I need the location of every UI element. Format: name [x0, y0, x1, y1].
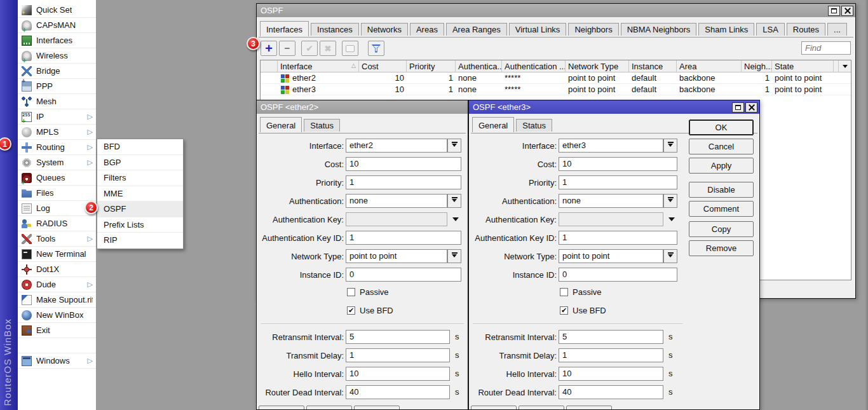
submenu-item-mme[interactable]: MME — [97, 186, 183, 202]
tab-general[interactable]: General — [472, 117, 514, 132]
column-header-authentica[interactable]: Authentica... — [456, 60, 502, 72]
disable-button[interactable]: ✖ — [320, 41, 336, 56]
maximize-button[interactable] — [828, 6, 840, 16]
checkbox-use-bfd[interactable]: ✔ — [560, 306, 568, 315]
sidebar-item-exit[interactable]: Exit — [18, 323, 96, 338]
cancel-button[interactable]: Cancel — [689, 139, 754, 154]
apply-button[interactable]: Apply — [689, 158, 754, 174]
submenu-item-filters[interactable]: Filters — [97, 170, 183, 186]
table-row[interactable]: ether3101none*****point to pointdefaultb… — [261, 84, 851, 95]
column-header-instance[interactable]: Instance — [629, 60, 677, 72]
submenu-item-rip[interactable]: RIP — [97, 233, 183, 249]
field-input-priority[interactable]: 1 — [559, 175, 677, 189]
field-input-priority[interactable]: 1 — [346, 175, 461, 189]
field-input-retransmit-interval[interactable]: 5 — [346, 330, 450, 344]
add-button[interactable]: + — [261, 41, 277, 56]
column-header-area[interactable]: Area — [677, 60, 742, 72]
remove-button[interactable]: Remove — [689, 240, 754, 256]
field-input-auth-key-id[interactable]: 1 — [559, 231, 677, 245]
tab-lsa[interactable]: LSA — [756, 23, 785, 36]
tab-networks[interactable]: Networks — [361, 23, 408, 36]
dropdown-arrow-icon[interactable] — [452, 217, 459, 224]
enable-button[interactable]: ✔ — [301, 41, 318, 56]
tab-nbma-neighbors[interactable]: NBMA Neighbors — [621, 23, 697, 36]
tab-interfaces[interactable]: Interfaces — [260, 21, 309, 36]
dropdown-button-authentication[interactable] — [447, 194, 461, 208]
field-input-hello-interval[interactable]: 10 — [559, 367, 663, 381]
sidebar-item-ip[interactable]: IP▷ — [18, 109, 96, 125]
field-input-interface[interactable]: ether2 — [346, 139, 447, 153]
sidebar-item-new-terminal[interactable]: New Terminal — [18, 247, 96, 262]
tab-general[interactable]: General — [260, 117, 302, 132]
sidebar-item-queues[interactable]: Queues — [18, 170, 96, 186]
sidebar-item-windows[interactable]: Windows▷ — [18, 353, 96, 369]
tab-areas[interactable]: Areas — [410, 23, 444, 36]
column-header-network-type[interactable]: Network Type — [566, 60, 629, 72]
field-input-network-type[interactable]: point to point — [346, 249, 447, 263]
submenu-item-prefix-lists[interactable]: Prefix Lists — [97, 217, 183, 233]
tab-routes[interactable]: Routes — [787, 23, 825, 36]
dropdown-button-authentication[interactable] — [663, 194, 677, 208]
tab-status[interactable]: Status — [516, 119, 552, 132]
close-button[interactable] — [745, 102, 757, 113]
field-input-instance-id[interactable]: 0 — [559, 268, 677, 282]
column-header-neigh[interactable]: Neigh... — [742, 60, 772, 72]
table-row[interactable]: ether2101none*****point to pointdefaultb… — [261, 72, 851, 84]
sidebar-item-mesh[interactable]: Mesh — [18, 94, 96, 109]
column-menu-button[interactable] — [838, 60, 851, 72]
dropdown-arrow-icon[interactable] — [668, 217, 675, 224]
field-input-router-dead-interval[interactable]: 40 — [346, 385, 450, 399]
column-header-priority[interactable]: Priority — [407, 60, 456, 72]
sidebar-item-routing[interactable]: Routing▷ — [18, 140, 96, 155]
sidebar-item-dot1x[interactable]: Dot1X — [18, 262, 96, 277]
sidebar-item-tools[interactable]: Tools▷ — [18, 231, 96, 247]
sidebar-item-files[interactable]: Files — [18, 186, 96, 201]
field-input-authentication[interactable]: none — [559, 194, 663, 208]
column-header-select[interactable] — [261, 60, 278, 72]
comment-button[interactable] — [342, 41, 358, 56]
sidebar-item-system[interactable]: System▷ — [18, 155, 96, 170]
sidebar-item-new-winbox[interactable]: New WinBox — [18, 308, 96, 323]
field-input-auth-key[interactable] — [559, 212, 663, 226]
tab-[interactable]: ... — [827, 23, 847, 36]
field-input-network-type[interactable]: point to point — [559, 249, 663, 263]
field-input-interface[interactable]: ether3 — [559, 139, 663, 153]
dropdown-button-network-type[interactable] — [447, 249, 461, 263]
remove-button[interactable]: − — [279, 41, 295, 56]
sidebar-item-ppp[interactable]: PPP — [18, 79, 96, 94]
field-input-cost[interactable]: 10 — [559, 157, 677, 171]
field-input-auth-key[interactable] — [346, 212, 447, 226]
column-header-cost[interactable]: Cost — [359, 60, 407, 72]
field-input-instance-id[interactable]: 0 — [346, 268, 461, 282]
sidebar-item-radius[interactable]: RADIUS — [18, 216, 96, 231]
checkbox-passive[interactable] — [347, 288, 355, 296]
submenu-item-bfd[interactable]: BFD — [97, 139, 183, 155]
field-input-authentication[interactable]: none — [346, 194, 447, 208]
tab-sham-links[interactable]: Sham Links — [698, 23, 754, 36]
tab-instances[interactable]: Instances — [311, 23, 359, 36]
field-input-router-dead-interval[interactable]: 40 — [559, 385, 663, 399]
sidebar-item-quick-set[interactable]: Quick Set — [18, 3, 96, 18]
column-header-state[interactable]: State — [772, 60, 834, 72]
tab-neighbors[interactable]: Neighbors — [568, 23, 618, 36]
copy-button[interactable]: Copy — [689, 221, 754, 237]
field-input-transmit-delay[interactable]: 1 — [346, 348, 450, 362]
checkbox-use-bfd[interactable]: ✔ — [347, 306, 355, 315]
sidebar-item-bridge[interactable]: Bridge — [18, 64, 96, 79]
disable-button[interactable]: Disable — [689, 182, 754, 198]
sidebar-item-mpls[interactable]: MPLS▷ — [18, 125, 96, 140]
field-input-transmit-delay[interactable]: 1 — [559, 348, 663, 362]
sidebar-item-dude[interactable]: Dude▷ — [18, 277, 96, 292]
tab-area-ranges[interactable]: Area Ranges — [446, 23, 507, 36]
sidebar-item-interfaces[interactable]: Interfaces — [18, 33, 96, 48]
maximize-button[interactable] — [732, 102, 744, 113]
dropdown-button-interface[interactable] — [447, 139, 461, 153]
field-input-hello-interval[interactable]: 10 — [346, 367, 450, 381]
field-input-retransmit-interval[interactable]: 5 — [559, 330, 663, 344]
dropdown-button-network-type[interactable] — [663, 249, 677, 263]
checkbox-passive[interactable] — [560, 288, 568, 296]
close-button[interactable] — [841, 6, 853, 16]
filter-button[interactable] — [368, 41, 384, 56]
find-input[interactable] — [801, 41, 851, 55]
comment-button[interactable]: Comment — [689, 201, 754, 217]
